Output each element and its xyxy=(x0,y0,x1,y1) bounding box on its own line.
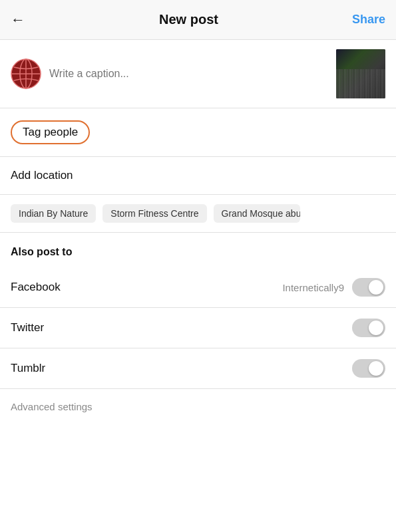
tumblr-toggle-knob xyxy=(369,361,383,376)
advanced-settings-label: Advanced settings xyxy=(11,401,93,412)
header: ← New post Share xyxy=(0,0,396,40)
also-post-title: Also post to xyxy=(11,246,385,258)
facebook-toggle[interactable] xyxy=(352,278,385,297)
facebook-label: Facebook xyxy=(11,281,61,294)
caption-input[interactable] xyxy=(49,68,328,80)
tag-people-label[interactable]: Tag people xyxy=(11,120,90,144)
location-tag-2[interactable]: Storm Fitness Centre xyxy=(102,204,206,223)
caption-row xyxy=(0,40,396,108)
location-tag-1[interactable]: Indian By Nature xyxy=(11,204,96,223)
advanced-settings-row[interactable]: Advanced settings xyxy=(0,389,396,425)
tumblr-row: Tumblr xyxy=(0,348,396,389)
page-title: New post xyxy=(159,12,218,27)
tumblr-toggle[interactable] xyxy=(352,359,385,378)
twitter-row: Twitter xyxy=(0,308,396,348)
tag-people-row[interactable]: Tag people xyxy=(0,108,396,157)
facebook-right: Internetically9 xyxy=(282,278,385,297)
globe-icon xyxy=(11,59,41,89)
location-tag-3[interactable]: Grand Mosque abu dha xyxy=(214,204,300,223)
add-location-label: Add location xyxy=(11,169,73,182)
share-button[interactable]: Share xyxy=(352,13,385,27)
also-post-section: Also post to xyxy=(0,233,396,267)
twitter-toggle[interactable] xyxy=(352,319,385,337)
facebook-username: Internetically9 xyxy=(282,282,344,293)
photo-thumbnail xyxy=(336,49,385,98)
twitter-label: Twitter xyxy=(11,321,44,334)
back-button[interactable]: ← xyxy=(11,11,25,29)
add-location-row[interactable]: Add location xyxy=(0,157,396,195)
twitter-toggle-knob xyxy=(369,321,383,335)
location-tags-row: Indian By Nature Storm Fitness Centre Gr… xyxy=(0,195,396,233)
facebook-row: Facebook Internetically9 xyxy=(0,267,396,308)
tumblr-label: Tumblr xyxy=(11,362,45,375)
tumblr-right xyxy=(352,359,385,378)
facebook-toggle-knob xyxy=(369,280,383,295)
twitter-right xyxy=(352,319,385,337)
